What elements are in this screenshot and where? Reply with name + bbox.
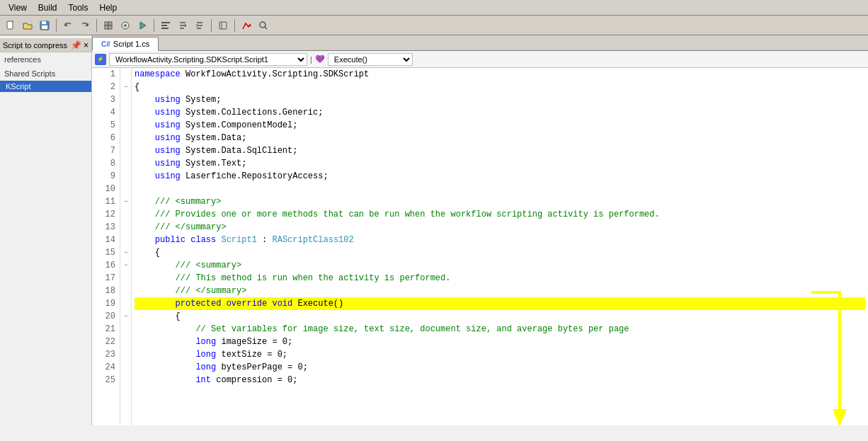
- fold-btn: [120, 221, 132, 234]
- breadcrumb-dropdown[interactable]: WorkflowActivity.Scripting.SDKScript.Scr…: [109, 53, 307, 66]
- line-number: 21: [92, 323, 120, 336]
- code-line: // Set variables for image size, text si…: [135, 323, 865, 336]
- code-line: long bytesPerPage = 0;: [135, 361, 865, 374]
- toolbar-btn-13[interactable]: [256, 18, 271, 33]
- sidebar-title: Script to compress: [3, 41, 67, 50]
- code-line: namespace WorkflowActivity.Scripting.SDK…: [135, 68, 865, 81]
- code-line: {: [135, 246, 865, 259]
- fold-btn: [120, 234, 132, 246]
- code-line: /// <summary>: [135, 195, 865, 208]
- toolbar-btn-5[interactable]: [101, 18, 116, 33]
- line-number: 12: [92, 208, 120, 221]
- toolbar-sep-2: [96, 19, 97, 32]
- svg-rect-12: [161, 22, 170, 23]
- line-number: 16: [92, 259, 120, 272]
- method-dropdown[interactable]: Execute(): [328, 53, 413, 66]
- code-line: using System.Text;: [135, 157, 865, 170]
- fold-btn: [120, 93, 132, 106]
- fold-btn: [120, 348, 132, 361]
- toolbar-btn-11[interactable]: [215, 18, 231, 33]
- line-number: 17: [92, 272, 120, 285]
- line-number: 6: [92, 132, 120, 144]
- fold-btn: [120, 106, 132, 119]
- fold-btn: [120, 297, 132, 310]
- code-line: using System.ComponentModel;: [135, 119, 865, 132]
- fold-btn: [120, 119, 132, 132]
- toolbar-btn-10[interactable]: [192, 18, 207, 33]
- tab-script1[interactable]: C# Script 1.cs: [92, 37, 159, 51]
- sidebar-section-references: references: [0, 52, 91, 67]
- fold-btn: [120, 144, 132, 157]
- sidebar-pin[interactable]: 📌 ×: [71, 40, 88, 50]
- menu-view[interactable]: View: [3, 1, 33, 14]
- code-line: using System.Collections.Generic;: [135, 106, 865, 119]
- toolbar-btn-12[interactable]: [239, 18, 254, 33]
- tab-cs-icon: C#: [101, 40, 110, 48]
- menu-bar: View Build Tools Help: [0, 0, 868, 16]
- menu-help[interactable]: Help: [94, 1, 123, 14]
- svg-line-24: [196, 25, 198, 27]
- toolbar-btn-9[interactable]: [175, 18, 190, 33]
- fold-btn[interactable]: −: [120, 246, 132, 259]
- toolbar-btn-undo[interactable]: [60, 18, 76, 33]
- svg-rect-2: [42, 21, 46, 24]
- code-line: protected override void Execute(): [135, 297, 865, 310]
- menu-tools[interactable]: Tools: [62, 1, 93, 14]
- editor-area: C# Script 1.cs ⚡ WorkflowActivity.Script…: [92, 35, 868, 425]
- toolbar-btn-8[interactable]: [158, 18, 173, 33]
- fold-btn[interactable]: −: [120, 310, 132, 323]
- code-editor[interactable]: 1234567891011121314151617181920212223242…: [92, 68, 868, 425]
- code-line: {: [135, 81, 865, 93]
- code-line: public class Script1 : RAScriptClass102: [135, 234, 865, 246]
- line-number: 23: [92, 348, 120, 361]
- sidebar: Script to compress 📌 × references Shared…: [0, 35, 92, 425]
- code-line: /// </summary>: [135, 221, 865, 234]
- svg-rect-14: [161, 28, 169, 29]
- toolbar-btn-2[interactable]: [20, 18, 35, 33]
- breadcrumb-bar: ⚡ WorkflowActivity.Scripting.SDKScript.S…: [92, 51, 868, 68]
- fold-btn: [120, 272, 132, 285]
- svg-line-23: [196, 24, 198, 25]
- line-number: 19: [92, 297, 120, 310]
- fold-btn[interactable]: −: [120, 81, 132, 93]
- line-number: 3: [92, 93, 120, 106]
- svg-rect-6: [105, 25, 108, 29]
- toolbar-btn-redo[interactable]: [77, 18, 93, 33]
- code-line: /// <summary>: [135, 259, 865, 272]
- code-line: long textSize = 0;: [135, 348, 865, 361]
- line-number: 14: [92, 234, 120, 246]
- line-number: 8: [92, 157, 120, 170]
- fold-btn[interactable]: −: [120, 259, 132, 272]
- fold-btn: [120, 208, 132, 221]
- toolbar: [0, 16, 868, 35]
- toolbar-sep-5: [234, 19, 235, 32]
- main-layout: Script to compress 📌 × references Shared…: [0, 35, 868, 425]
- line-number: 7: [92, 144, 120, 157]
- fold-btn[interactable]: −: [120, 195, 132, 208]
- code-line: {: [135, 310, 865, 323]
- toolbar-btn-3[interactable]: [37, 18, 52, 33]
- svg-rect-0: [7, 21, 13, 29]
- code-content[interactable]: namespace WorkflowActivity.Scripting.SDK…: [132, 68, 868, 425]
- line-number: 2: [92, 81, 120, 93]
- sidebar-item-kscript[interactable]: KScript: [0, 81, 91, 92]
- line-number: 10: [92, 183, 120, 195]
- svg-rect-13: [161, 25, 167, 26]
- toolbar-btn-6[interactable]: [118, 18, 133, 33]
- toolbar-sep-3: [154, 19, 154, 32]
- fold-btn: [120, 132, 132, 144]
- code-line: int compression = 0;: [135, 374, 865, 386]
- menu-build[interactable]: Build: [33, 1, 63, 14]
- svg-rect-25: [219, 22, 227, 29]
- line-number: 18: [92, 285, 120, 297]
- toolbar-btn-7[interactable]: [135, 18, 150, 33]
- code-line: using System.Data;: [135, 132, 865, 144]
- fold-btn: [120, 374, 132, 386]
- tab-bar: C# Script 1.cs: [92, 35, 868, 51]
- toolbar-sep-1: [56, 19, 57, 32]
- line-number: 5: [92, 119, 120, 132]
- fold-btn: [120, 183, 132, 195]
- toolbar-btn-1[interactable]: [3, 18, 18, 33]
- toolbar-sep-4: [211, 19, 212, 32]
- svg-marker-27: [249, 23, 251, 26]
